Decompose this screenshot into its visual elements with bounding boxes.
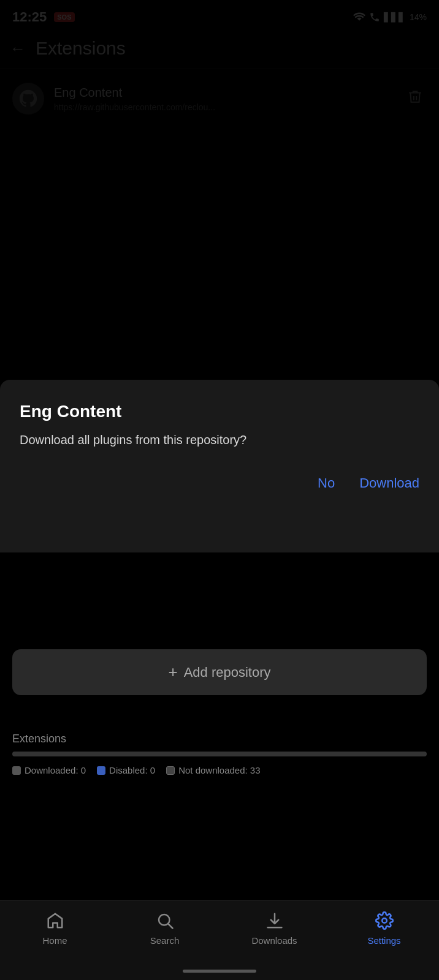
svg-point-3 — [382, 918, 387, 923]
downloads-nav-icon — [264, 910, 286, 932]
nav-home[interactable]: Home — [0, 910, 110, 946]
nav-search[interactable]: Search — [110, 910, 220, 946]
stat-disabled: Disabled: 0 — [97, 765, 155, 775]
downloaded-label: Downloaded: 0 — [25, 765, 86, 775]
dialog: Eng Content Download all plugins from th… — [0, 380, 439, 552]
stat-downloaded: Downloaded: 0 — [12, 765, 86, 775]
search-icon — [156, 911, 174, 930]
search-nav-icon — [154, 910, 176, 932]
dialog-title: Eng Content — [20, 402, 419, 421]
bottom-pill — [183, 970, 256, 973]
settings-icon — [375, 911, 394, 930]
downloaded-dot — [12, 766, 21, 775]
disabled-label: Disabled: 0 — [109, 765, 155, 775]
extensions-label: Extensions — [12, 733, 427, 745]
dialog-actions: No Download — [20, 473, 419, 494]
not-downloaded-dot — [166, 766, 175, 775]
add-repo-label: Add repository — [184, 665, 271, 680]
home-icon — [46, 911, 64, 930]
progress-bar-track — [12, 752, 427, 756]
settings-nav-icon — [373, 910, 395, 932]
nav-downloads[interactable]: Downloads — [220, 910, 329, 946]
add-repository-button[interactable]: + Add repository — [12, 649, 427, 695]
dialog-message: Download all plugins from this repositor… — [20, 431, 419, 448]
svg-line-1 — [168, 924, 172, 929]
stat-not-downloaded: Not downloaded: 33 — [166, 765, 260, 775]
download-icon — [265, 911, 284, 930]
no-button[interactable]: No — [318, 473, 335, 494]
search-label: Search — [150, 935, 180, 946]
extensions-section: Extensions Downloaded: 0 Disabled: 0 Not… — [0, 723, 439, 775]
add-repo-container: + Add repository — [0, 649, 439, 695]
extensions-stats: Downloaded: 0 Disabled: 0 Not downloaded… — [12, 765, 427, 775]
downloads-label: Downloads — [251, 935, 297, 946]
home-nav-icon — [44, 910, 66, 932]
disabled-dot — [97, 766, 105, 775]
bottom-nav: Home Search Downloads Settings — [0, 900, 439, 980]
settings-label: Settings — [367, 935, 400, 946]
not-downloaded-label: Not downloaded: 33 — [178, 765, 260, 775]
nav-settings[interactable]: Settings — [329, 910, 439, 946]
download-button[interactable]: Download — [359, 473, 419, 494]
home-label: Home — [42, 935, 67, 946]
plus-icon: + — [168, 663, 177, 682]
